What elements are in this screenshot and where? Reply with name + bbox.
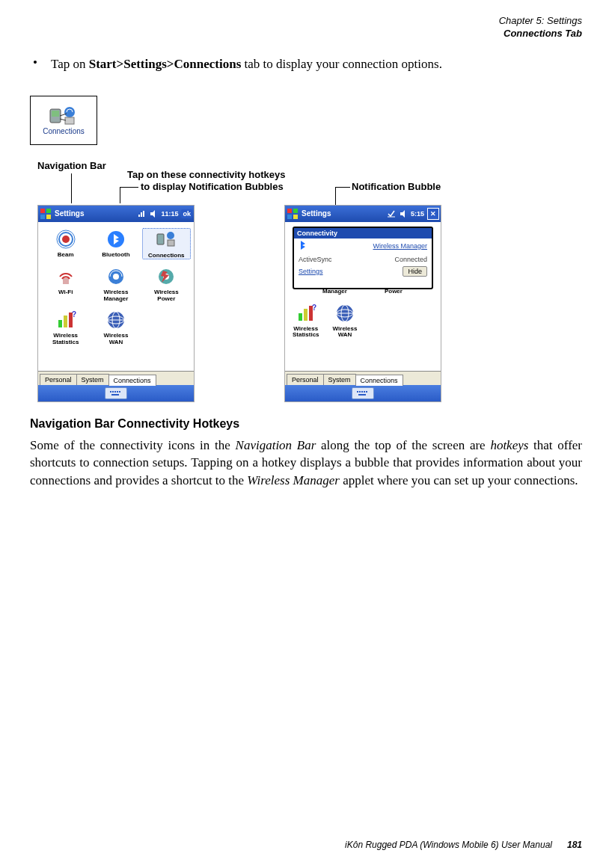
wm-title-2: Settings	[302, 209, 331, 218]
svg-text:?: ?	[312, 304, 316, 312]
app-wireless-wan-label: WirelessWAN	[104, 333, 129, 346]
svg-rect-54	[364, 391, 365, 393]
para-seg-2: along the top of the screen are	[316, 438, 490, 452]
tab-system-1[interactable]: System	[76, 374, 109, 385]
svg-rect-3	[65, 117, 74, 124]
app-wireless-power-label: WirelessPower	[154, 289, 179, 303]
tab-personal-1[interactable]: Personal	[40, 374, 77, 385]
callout-labels: Navigation Bar Tap on these connectivity…	[30, 160, 582, 205]
callout-hotkeys-line1: Tap on these connectivity hotkeys	[127, 169, 285, 180]
pda-screenshot-bubble: Settings 5:15 ✕ Manager Power	[284, 205, 441, 402]
ok-button[interactable]: ok	[181, 209, 192, 218]
svg-rect-52	[359, 391, 361, 393]
wm-softbar-1	[38, 385, 194, 401]
bubble-title: Connectivity	[294, 228, 432, 238]
windows-flag-icon-2	[287, 208, 299, 220]
svg-rect-56	[358, 394, 366, 395]
close-button[interactable]: ✕	[427, 208, 439, 220]
settings-link[interactable]: Settings	[299, 268, 323, 275]
page-footer: iKôn Rugged PDA (Windows Mobile 6) User …	[30, 840, 582, 850]
wm-tabs-2: Personal System Connections	[285, 371, 441, 385]
footer-manual-title: iKôn Rugged PDA (Windows Mobile 6) User …	[345, 840, 552, 850]
para-seg-4: applet where you can set up your connect…	[340, 473, 578, 487]
wm-title-1: Settings	[55, 209, 84, 218]
bubble-row-bt: Wireless Manager	[294, 238, 432, 254]
app-wireless-manager[interactable]: WirelessManager	[91, 265, 140, 303]
wm-titlebar-2: Settings 5:15 ✕	[285, 206, 441, 222]
instr-prefix: Tap on	[51, 57, 89, 71]
para-italic-1: Navigation Bar	[236, 438, 316, 452]
connections-icon	[49, 105, 79, 126]
svg-rect-6	[40, 209, 45, 213]
callout-line-hotkeys-v	[120, 187, 120, 203]
callout-navigation-bar: Navigation Bar	[37, 160, 106, 171]
pda-screenshot-settings: Settings 11:15 ok Beam	[37, 205, 195, 402]
svg-rect-55	[366, 391, 367, 393]
notification-bubble: Connectivity Wireless Manager ActiveSync…	[293, 227, 433, 289]
tab-connections-2[interactable]: Connections	[355, 375, 403, 386]
wireless-manager-link[interactable]: Wireless Manager	[373, 242, 427, 250]
app-wifi[interactable]: Wi-Fi	[41, 265, 90, 303]
app-wireless-statistics[interactable]: ? WirelessStatistics	[41, 309, 90, 346]
app-wireless-wan-label-2: WirelessWAN	[333, 326, 358, 339]
svg-rect-34	[114, 391, 116, 393]
svg-point-11	[62, 236, 70, 243]
svg-rect-37	[111, 394, 119, 395]
svg-rect-18	[63, 278, 69, 284]
svg-rect-36	[119, 391, 120, 393]
wm-time-1: 11:15	[161, 210, 178, 218]
app-bluetooth[interactable]: Bluetooth	[91, 228, 140, 260]
app-connections-label: Connections	[148, 253, 184, 259]
volume-icon[interactable]	[149, 209, 158, 218]
svg-marker-10	[150, 210, 155, 218]
app-wireless-statistics-label-2: WirelessStatistics	[293, 326, 319, 339]
connections-icon-label: Connections	[43, 127, 85, 135]
svg-point-16	[167, 232, 174, 239]
app-bluetooth-label: Bluetooth	[102, 252, 129, 259]
app-wifi-label: Wi-Fi	[58, 289, 73, 296]
windows-flag-icon	[40, 208, 52, 220]
tab-system-2[interactable]: System	[323, 374, 356, 385]
svg-rect-41	[293, 215, 298, 219]
activesync-label: ActiveSync	[299, 256, 332, 263]
volume-icon-2[interactable]	[399, 209, 408, 218]
svg-rect-39	[293, 209, 298, 213]
hide-button[interactable]: Hide	[403, 266, 427, 277]
svg-rect-7	[46, 209, 51, 213]
svg-point-20	[113, 274, 119, 280]
app-connections[interactable]: Connections	[142, 228, 191, 260]
svg-rect-23	[58, 320, 62, 327]
app-wireless-statistics-label: WirelessStatistics	[52, 333, 79, 346]
app-beam[interactable]: Beam	[41, 228, 90, 260]
callout-hotkeys-line2: to display Notification Bubbles	[141, 181, 284, 192]
wm-softbar-2	[285, 385, 441, 401]
section-paragraph: Some of the connectivity icons in the Na…	[30, 437, 582, 490]
svg-rect-43	[299, 313, 302, 321]
header-section: Connections Tab	[30, 28, 582, 40]
tab-personal-2[interactable]: Personal	[287, 374, 324, 385]
tab-connections-1[interactable]: Connections	[108, 375, 156, 386]
svg-rect-40	[287, 215, 292, 219]
connections-applet-icon: Connections	[30, 96, 97, 145]
wm-titlebar-1: Settings 11:15 ok	[38, 206, 194, 222]
app-beam-label: Beam	[58, 252, 74, 259]
app-wireless-wan-2[interactable]: WirelessWAN	[333, 302, 358, 339]
wm-time-2: 5:15	[411, 210, 424, 218]
keyboard-icon-2[interactable]	[352, 387, 374, 399]
wm-tabs-1: Personal System Connections	[38, 371, 194, 385]
svg-rect-9	[46, 215, 51, 219]
connectivity-icon[interactable]	[387, 209, 396, 218]
app-wireless-wan[interactable]: WirelessWAN	[91, 309, 140, 346]
section-heading: Navigation Bar Connectivity Hotkeys	[30, 417, 582, 431]
app-wireless-statistics-2[interactable]: ? WirelessStatistics	[293, 302, 319, 339]
svg-point-2	[64, 107, 75, 117]
para-seg-1: Some of the connectivity icons in the	[30, 438, 236, 452]
app-wireless-power[interactable]: WirelessPower	[142, 265, 191, 303]
callout-line-bubble-h	[335, 187, 350, 188]
svg-rect-33	[112, 391, 114, 393]
footer-page-number: 181	[567, 840, 582, 850]
signal-icon[interactable]	[137, 209, 146, 218]
bubble-row-sync: ActiveSync Connected	[294, 254, 432, 265]
keyboard-icon[interactable]	[105, 387, 127, 399]
instr-suffix: tab to display your connection options.	[241, 57, 442, 71]
